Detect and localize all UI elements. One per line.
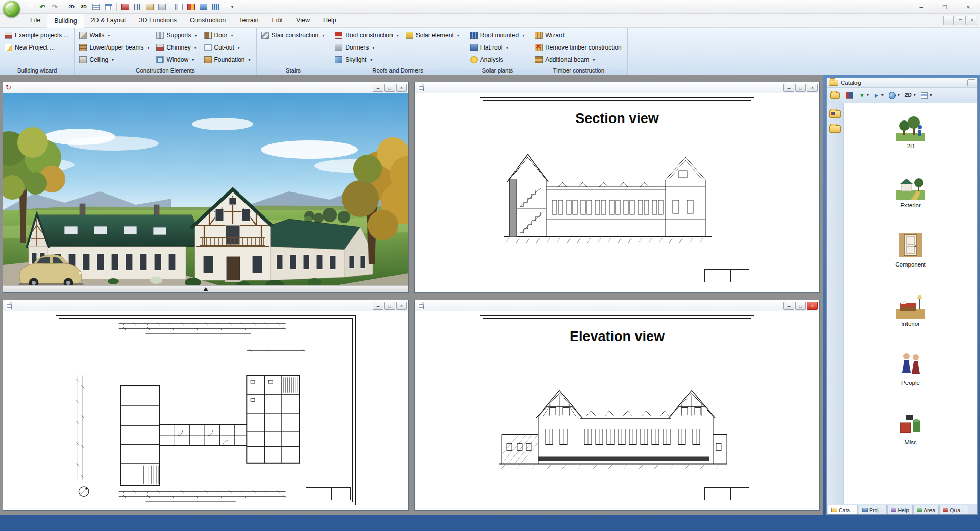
window-button[interactable]: Window▾ (154, 54, 200, 66)
grid-view-button[interactable] (90, 2, 102, 12)
view-2d-button[interactable]: 2D (66, 2, 77, 12)
window-minimize-button[interactable]: – (373, 302, 383, 310)
window-close-button[interactable]: × (807, 84, 818, 92)
catalog-item-component[interactable]: Component (880, 231, 941, 268)
roof-construction-button[interactable]: Roof construction▾ (332, 29, 402, 41)
section-view-window: – □ × Section view (414, 82, 820, 293)
undo-button[interactable]: ↶ (37, 2, 48, 12)
catalog-item-people[interactable]: People (880, 349, 941, 386)
timber-wizard-button[interactable]: Wizard (532, 29, 625, 41)
solar-element-button[interactable]: Solar element▾ (403, 29, 463, 41)
menu-tab-help[interactable]: Help (316, 14, 343, 27)
tab-area[interactable]: Area (913, 505, 939, 514)
cut-out-button[interactable]: Cut-out▾ (202, 41, 254, 54)
table-view-button[interactable] (103, 2, 114, 12)
catalog-display-options-button[interactable]: ▾ (919, 89, 934, 102)
tab-help[interactable]: Help (887, 505, 913, 514)
example-projects-button[interactable]: Example projects ... (2, 29, 72, 41)
menu-tab-file[interactable]: File (23, 14, 47, 27)
additional-beam-button[interactable]: Additional beam▾ (532, 54, 625, 66)
button-label: Remove timber construction (545, 44, 621, 51)
supports-button[interactable]: Supports▾ (154, 29, 200, 41)
app-close-button[interactable]: × (957, 0, 980, 14)
hatch-button[interactable] (132, 2, 143, 12)
window-titlebar[interactable]: – □ × (3, 300, 408, 311)
layout-button[interactable] (173, 2, 184, 12)
catalog-download-button[interactable]: ▼▾ (857, 89, 870, 102)
window-titlebar[interactable]: ↻ – □ × (3, 82, 408, 93)
catalog-open-button[interactable] (843, 89, 855, 102)
catalog-web-button[interactable]: ▾ (887, 89, 901, 102)
menu-tab-construction[interactable]: Construction (183, 14, 232, 27)
analysis-button[interactable]: Analysis (468, 54, 528, 66)
catalog-folder-icon[interactable] (829, 125, 841, 133)
catalog-pin-button[interactable] (967, 79, 975, 86)
chimney-button[interactable]: Chimney▾ (154, 41, 200, 54)
window-titlebar[interactable]: – □ × (415, 82, 819, 93)
new-document-button[interactable] (24, 2, 36, 12)
window-maximize-button[interactable]: □ (795, 302, 806, 310)
catalog-view-mode-button[interactable]: 2D▾ (903, 89, 917, 102)
3d-viewport-canvas[interactable] (3, 93, 408, 292)
title-bar[interactable]: ↶ ↷ 2D 3D ▾ – □ × (0, 0, 980, 14)
window-minimize-button[interactable]: – (783, 84, 794, 92)
catalog-item-misc[interactable]: Misc (880, 408, 941, 445)
mdi-close-button[interactable]: × (967, 16, 977, 25)
catalog-transfer-button[interactable]: ►▾ (872, 89, 885, 102)
new-view-button[interactable]: ▾ (222, 2, 234, 12)
mdi-minimize-button[interactable]: – (943, 16, 954, 25)
new-project-button[interactable]: New Project ... (2, 41, 72, 54)
menu-tab-terrain[interactable]: Terrain (232, 14, 265, 27)
menu-tab-3d-functions[interactable]: 3D Functions (132, 14, 183, 27)
app-maximize-button[interactable]: □ (933, 0, 957, 14)
menu-tab-2d-layout[interactable]: 2D & Layout (84, 14, 133, 27)
window-titlebar[interactable]: – □ × (415, 300, 819, 311)
draw-button[interactable] (119, 2, 131, 12)
mdi-restore-button[interactable]: □ (955, 16, 966, 25)
catalog-new-button[interactable] (829, 89, 841, 102)
window-maximize-button[interactable]: □ (795, 84, 806, 92)
window-minimize-button[interactable]: – (373, 84, 383, 92)
paint-button[interactable] (198, 2, 209, 12)
lower-upper-beams-button[interactable]: Lower/upper beams▾ (77, 41, 153, 54)
floor-plan-canvas[interactable] (3, 311, 408, 510)
catalog-item-interior[interactable]: Interior (880, 290, 941, 327)
catalog-item-exterior[interactable]: Exterior (880, 172, 941, 208)
app-logo-icon[interactable] (3, 1, 20, 17)
roof-mounted-button[interactable]: Roof mounted▾ (468, 29, 528, 41)
tab-catalog[interactable]: Cata... (828, 505, 858, 514)
catalog-header[interactable]: Catalog (827, 78, 977, 88)
foundation-button[interactable]: Foundation▾ (202, 54, 254, 66)
catalog-folder-icon[interactable] (829, 110, 841, 118)
select-button[interactable] (156, 2, 167, 12)
measure-button[interactable] (144, 2, 155, 12)
horizontal-scrollbar[interactable] (3, 285, 408, 292)
stair-construction-button[interactable]: Stair construction▾ (259, 29, 328, 41)
view-3d-button[interactable]: 3D (78, 2, 89, 12)
catalog-item-2d[interactable]: 2D (880, 112, 941, 149)
window-close-button[interactable]: × (807, 302, 818, 310)
tab-quantities[interactable]: Qua... (939, 505, 968, 514)
flat-roof-button[interactable]: Flat roof▾ (468, 41, 528, 54)
section-drawing-canvas[interactable]: Section view (415, 93, 819, 292)
walls-button[interactable]: Walls▾ (77, 29, 153, 41)
dimension-button[interactable] (210, 2, 221, 12)
window-close-button[interactable]: × (396, 84, 407, 92)
flag-button[interactable] (185, 2, 197, 12)
window-close-button[interactable]: × (396, 302, 407, 310)
dormers-button[interactable]: Dormers▾ (332, 41, 402, 54)
skylight-button[interactable]: Skylight▾ (332, 54, 402, 66)
window-minimize-button[interactable]: – (783, 302, 794, 310)
menu-tab-view[interactable]: View (289, 14, 316, 27)
tab-project[interactable]: Proj... (859, 505, 887, 514)
window-maximize-button[interactable]: □ (384, 302, 395, 310)
elevation-drawing-canvas[interactable]: Elevation view (415, 311, 819, 510)
ceiling-button[interactable]: Ceiling▾ (77, 54, 153, 66)
window-maximize-button[interactable]: □ (384, 84, 395, 92)
app-minimize-button[interactable]: – (910, 0, 933, 14)
door-button[interactable]: Door▾ (202, 29, 254, 41)
remove-timber-construction-button[interactable]: Remove timber construction (532, 41, 625, 54)
menu-tab-edit[interactable]: Edit (265, 14, 290, 27)
menu-tab-building[interactable]: Building (47, 14, 84, 28)
redo-button[interactable]: ↷ (49, 2, 60, 12)
